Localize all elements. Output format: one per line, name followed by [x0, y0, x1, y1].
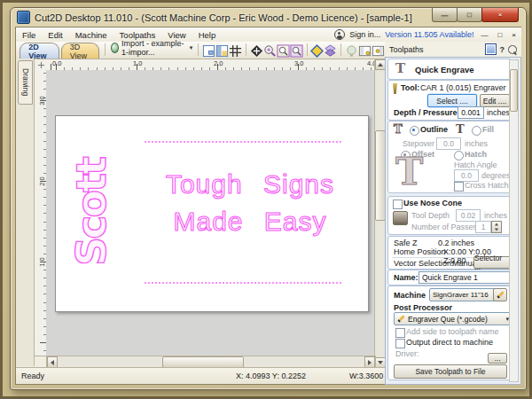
bottom-dashed-line[interactable]	[145, 282, 341, 284]
driver-browse-button[interactable]: ...	[488, 353, 507, 364]
passes-spinner[interactable]	[491, 221, 502, 233]
hatch-angle-units: degrees	[481, 171, 511, 180]
quick-engrave-title: Quick Engrave	[415, 65, 474, 74]
status-ready: Ready	[21, 372, 44, 380]
toolpaths-title: Toolpaths	[389, 45, 424, 54]
vector-selection-label: Vector Selection:	[394, 259, 454, 268]
tool-box: Tool: CAR 1 (0.015) Engraver Select ....…	[387, 80, 512, 121]
fill-radio[interactable]	[472, 126, 481, 136]
tab-3d-view[interactable]: 3D View	[61, 43, 100, 59]
toolbar: 2D View 3D View Import - example-1-impor…	[16, 42, 385, 59]
bulb-icon[interactable]	[345, 43, 358, 58]
minimize-button[interactable]: —	[432, 8, 458, 22]
toolpath-name-input[interactable]	[419, 271, 510, 284]
help-icon[interactable]: ?	[500, 45, 505, 54]
fill-label: Fill	[482, 125, 494, 134]
engrave-t-icon: T	[395, 60, 405, 76]
toolpath-summary-icon[interactable]	[485, 43, 497, 55]
cross-hatch-checkbox[interactable]	[454, 182, 464, 192]
output-direct-checkbox[interactable]	[395, 339, 405, 348]
toolpaths-header: Toolpaths ?	[385, 42, 521, 57]
window-layout-icon[interactable]	[215, 43, 229, 58]
snap-grid-icon[interactable]	[310, 43, 324, 58]
hatch-angle-input[interactable]	[454, 169, 479, 182]
panel-scrollbar[interactable]	[509, 59, 519, 382]
tool-edit-button[interactable]: Edit ....	[480, 94, 510, 107]
app-icon	[17, 11, 30, 24]
stepover-units: inches	[465, 139, 488, 148]
outline-t-icon: T	[394, 122, 403, 136]
fill-t-icon: T	[456, 122, 465, 136]
depth-pressure-input[interactable]	[458, 106, 484, 119]
selector-button[interactable]: Selector ...	[473, 256, 511, 269]
move-view-icon[interactable]	[250, 43, 263, 58]
outline-radio[interactable]	[410, 126, 419, 136]
depth-pressure-label: Depth / Pressure	[394, 108, 458, 117]
engrave-preview-t: T	[395, 153, 423, 191]
add-side-label: Add side to toolpath name	[406, 327, 499, 336]
vertical-logo-text[interactable]: Scott	[65, 121, 118, 304]
panel-layout-1-icon[interactable]	[358, 43, 372, 58]
machine-label: Machine	[394, 291, 426, 300]
material-sheet[interactable]: Scott Tough Signs Made Easy	[55, 115, 369, 312]
panel-layout-2-icon[interactable]	[372, 43, 385, 58]
maximize-button[interactable]: □	[457, 8, 482, 22]
menu-bar: File Edit Machine Toolpaths View Help Si…	[16, 27, 521, 43]
stepover-label: Stepover	[403, 139, 434, 148]
machine-edit-button[interactable]	[493, 288, 507, 301]
post-processor-dropdown[interactable]: Engraver Que (*.gcode) ▾	[394, 312, 512, 325]
tool-select-button[interactable]: Select ....	[427, 94, 477, 107]
import-dropdown-button[interactable]: Import - example-1-impor... ▾	[109, 39, 194, 59]
sign-in-link[interactable]: Sign in...	[349, 30, 380, 39]
sign-text-line1[interactable]: Tough Signs	[137, 169, 363, 200]
tab-2d-view[interactable]: 2D View	[20, 43, 59, 59]
tool-depth-input[interactable]	[456, 209, 481, 222]
close-button[interactable]: ×	[481, 8, 519, 22]
zoom-interactive-icon[interactable]	[263, 43, 277, 58]
drawing-tab[interactable]: Drawing	[18, 60, 33, 105]
new-drawing-icon[interactable]	[202, 43, 215, 58]
safe-z-label: Safe Z	[394, 239, 418, 247]
v-ruler-label: 2.0	[38, 176, 46, 188]
safe-z-value: 0.2 inches	[438, 239, 474, 247]
pin-icon[interactable]	[506, 43, 519, 55]
quick-engrave-header-box: T Quick Engrave	[387, 59, 512, 80]
passes-input[interactable]	[475, 221, 491, 233]
save-toolpath-button[interactable]: Save Toolpath to File	[394, 364, 507, 379]
mdi-minimize-button[interactable]: —	[478, 31, 490, 39]
pencil-icon	[497, 291, 504, 298]
drawing-canvas[interactable]: Scott Tough Signs Made Easy	[46, 70, 374, 356]
mdi-close-button[interactable]: ×	[509, 31, 519, 39]
zoom-selected-icon[interactable]	[290, 43, 303, 58]
layers-icon[interactable]	[324, 43, 337, 58]
sign-text-line2[interactable]: Made Easy	[137, 207, 363, 237]
stepover-input[interactable]	[436, 137, 461, 150]
v-ruler-label: 3.0	[38, 95, 46, 107]
menu-file[interactable]: File	[16, 27, 42, 42]
version-available-link[interactable]: Version 11.505 Available!	[385, 30, 473, 39]
menu-help[interactable]: Help	[192, 27, 223, 42]
use-nose-cone-checkbox[interactable]	[393, 200, 403, 209]
position-info-box: Safe Z 0.2 inches Home Position X:0.00 Y…	[387, 236, 512, 270]
depth-units: inches	[487, 108, 510, 117]
chevron-down-icon: ▾	[190, 44, 193, 51]
top-dashed-line[interactable]	[145, 141, 341, 143]
mdi-restore-button[interactable]: □	[495, 31, 505, 39]
driver-label: Driver:	[395, 349, 419, 358]
menu-edit[interactable]: Edit	[42, 27, 68, 42]
h-ruler-label: 1.0	[133, 59, 142, 67]
title-bar[interactable]: Cut2D Desktop 11.010 - (Scott Machine Co…	[11, 8, 526, 27]
client-area: File Edit Machine Toolpaths View Help Si…	[15, 27, 521, 385]
zoom-box-icon[interactable]	[277, 43, 290, 58]
person-icon	[334, 29, 345, 40]
hatch-radio[interactable]	[454, 151, 464, 160]
menu-machine[interactable]: Machine	[69, 27, 113, 42]
panel-scroll-thumb[interactable]	[510, 69, 518, 112]
name-box: Name:	[387, 270, 512, 286]
tool-depth-units: inches	[484, 211, 507, 220]
add-side-checkbox[interactable]	[395, 328, 405, 338]
grid-icon[interactable]	[229, 43, 242, 58]
toolpaths-panel: Toolpaths ? T Quick Engrave Tool: CAR 1 …	[385, 42, 521, 385]
machine-dropdown[interactable]: SignGraver 11"16 ▾	[429, 288, 497, 301]
outline-label: Outline	[420, 125, 448, 134]
